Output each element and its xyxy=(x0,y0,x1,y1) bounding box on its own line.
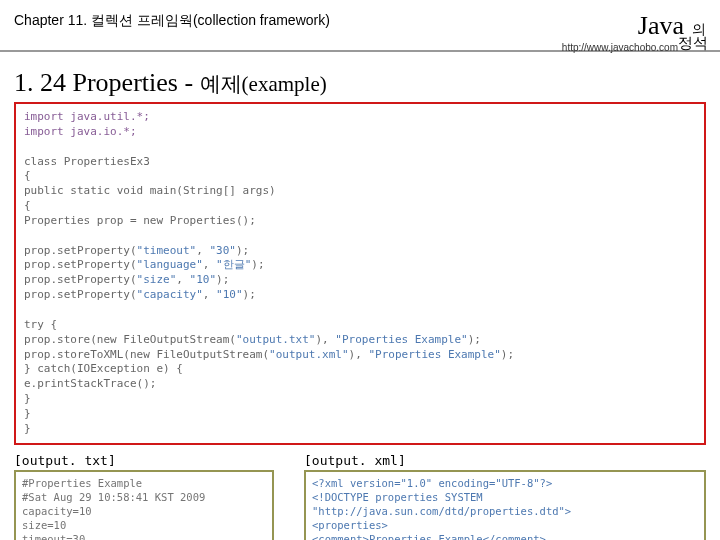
code-line: { xyxy=(24,169,696,184)
brand-sub2: 정석 xyxy=(678,34,708,53)
output-xml-label: [output. xml] xyxy=(304,453,706,468)
code-line: e.printStackTrace(); xyxy=(24,377,696,392)
code-line: prop.storeToXML(new FileOutputStream("ou… xyxy=(24,348,696,363)
out-line: <!DOCTYPE properties SYSTEM "http://java… xyxy=(312,490,698,518)
code-line: import java.io.*; xyxy=(24,125,137,138)
output-txt-label: [output. txt] xyxy=(14,453,274,468)
title-dash: - xyxy=(178,68,200,97)
chapter-title: Chapter 11. 컬렉션 프레임웍(collection framewor… xyxy=(14,12,330,30)
code-line: try { xyxy=(24,318,696,333)
out-line: #Properties Example xyxy=(22,476,266,490)
code-line: Properties prop = new Properties(); xyxy=(24,214,696,229)
code-line: prop.setProperty("capacity", "10"); xyxy=(24,288,696,303)
code-line: { xyxy=(24,199,696,214)
out-line: capacity=10 xyxy=(22,504,266,518)
header-url: http://www.javachobo.com xyxy=(562,42,678,53)
out-line: #Sat Aug 29 10:58:41 KST 2009 xyxy=(22,490,266,504)
output-row: [output. txt] #Properties Example #Sat A… xyxy=(0,453,720,540)
out-line: <?xml version="1.0" encoding="UTF-8"?> xyxy=(312,476,698,490)
code-line: import java.util.*; xyxy=(24,110,150,123)
title-kor: 예제(example) xyxy=(200,72,327,96)
code-example-box: import java.util.*; import java.io.*; cl… xyxy=(14,102,706,445)
section-title: 1. 24 Properties - 예제(example) xyxy=(14,68,720,98)
code-line: } xyxy=(24,422,696,437)
title-num: 1. 24 Properties xyxy=(14,68,178,97)
out-line: timeout=30 xyxy=(22,532,266,540)
code-line: } xyxy=(24,392,696,407)
code-line: prop.setProperty("size", "10"); xyxy=(24,273,696,288)
out-line: size=10 xyxy=(22,518,266,532)
code-line: prop.store(new FileOutputStream("output.… xyxy=(24,333,696,348)
code-line: prop.setProperty("language", "한글"); xyxy=(24,258,696,273)
output-xml-col: [output. xml] <?xml version="1.0" encodi… xyxy=(304,453,706,540)
output-txt-box: #Properties Example #Sat Aug 29 10:58:41… xyxy=(14,470,274,540)
code-line: } catch(IOException e) { xyxy=(24,362,696,377)
out-line: <properties> xyxy=(312,518,698,532)
output-xml-box: <?xml version="1.0" encoding="UTF-8"?> <… xyxy=(304,470,706,540)
code-line: prop.setProperty("timeout", "30"); xyxy=(24,244,696,259)
code-line: } xyxy=(24,407,696,422)
output-txt-col: [output. txt] #Properties Example #Sat A… xyxy=(14,453,274,540)
code-line: public static void main(String[] args) xyxy=(24,184,696,199)
code-line: class PropertiesEx3 xyxy=(24,155,696,170)
out-line: <comment>Properties Example</comment> xyxy=(312,532,698,540)
